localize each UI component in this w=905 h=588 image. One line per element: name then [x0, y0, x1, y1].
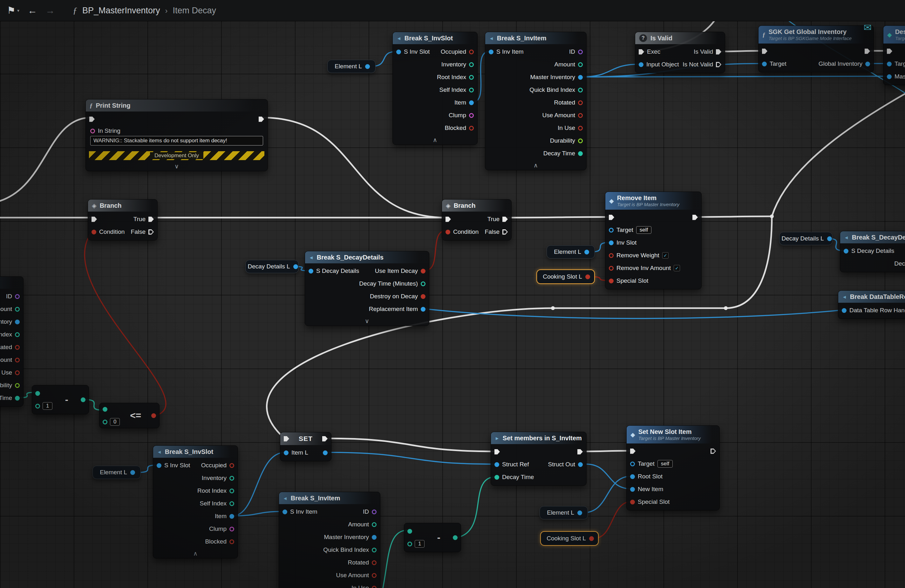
pin-item-l[interactable] [284, 450, 289, 455]
collapse-button[interactable]: ∧ [393, 136, 477, 144]
pin-global-inventory[interactable] [865, 62, 870, 67]
pin-occupied[interactable] [469, 49, 474, 54]
node-decay-details-l-1[interactable]: Decay Details L [245, 260, 299, 273]
node-set-members-in-s-invitem[interactable]: ►Set members in S_InvItemStruct RefStruc… [491, 432, 587, 486]
exec-pin[interactable] [762, 49, 767, 54]
pin-value[interactable] [103, 420, 107, 425]
pin-s-inv-slot[interactable] [157, 463, 162, 468]
node-break-s-decaydetails-2[interactable]: ◄Break S_DecayDetailsS Decay DetailsDeca… [840, 231, 905, 272]
pin-clump[interactable] [469, 113, 474, 118]
breadcrumb-blueprint[interactable]: BP_MasterInventory [82, 6, 160, 16]
pin-value[interactable] [35, 391, 40, 396]
pin-data-table-row-handle[interactable] [842, 308, 846, 313]
exec-pin[interactable] [865, 49, 870, 54]
node-break-s-invitem-1[interactable]: ◄Break S_InvItemS Inv ItemIDAmountMaster… [485, 32, 587, 170]
exec-pin[interactable] [502, 217, 508, 222]
checkbox[interactable]: ✓ [674, 265, 680, 271]
pin-value[interactable] [453, 535, 457, 540]
pin-s-inv-item[interactable] [283, 510, 287, 514]
pin-struct-ref[interactable] [494, 462, 499, 467]
exec-pin[interactable] [887, 49, 892, 54]
pin-target[interactable] [762, 62, 767, 67]
pin-special-slot[interactable] [630, 500, 635, 504]
node-cooking-slot-l-1[interactable]: Cooking Slot L [537, 269, 595, 284]
pin-inventory[interactable] [229, 476, 234, 481]
pin-s-inv-slot[interactable] [396, 49, 401, 54]
pin-element-l[interactable] [584, 250, 589, 254]
pin-in-use[interactable] [578, 126, 583, 130]
pin-s-decay-details[interactable] [844, 249, 848, 254]
exec-pin[interactable] [259, 117, 264, 122]
pin-input-object[interactable] [639, 62, 643, 67]
exec-pin[interactable] [502, 229, 508, 235]
node-break-s-invslot-2[interactable]: ◄Break S_InvSlotS Inv SlotOccupiedInvent… [153, 445, 238, 558]
checkbox[interactable]: ✓ [662, 252, 668, 258]
exec-pin[interactable] [692, 215, 698, 220]
pin-replacement-item[interactable] [421, 307, 426, 312]
collapse-button[interactable]: ∧ [485, 162, 586, 170]
pin-in-use[interactable] [15, 371, 20, 375]
pin-inventory[interactable] [469, 62, 474, 67]
pin-value[interactable] [81, 398, 86, 402]
pin-struct-out[interactable] [578, 462, 583, 467]
pin-in-use[interactable] [372, 586, 376, 588]
node-less-equal[interactable]: 0<= [99, 403, 160, 428]
exec-pin[interactable] [148, 229, 154, 235]
pin-blocked[interactable] [229, 539, 234, 544]
node-break-s-invslot-1[interactable]: ◄Break S_InvSlotS Inv SlotOccupiedInvent… [392, 32, 478, 145]
exec-pin[interactable] [446, 217, 451, 222]
pin-condition[interactable] [446, 230, 450, 235]
exec-pin[interactable] [577, 449, 583, 455]
pin-master-inventory[interactable] [15, 320, 20, 324]
pin-condition[interactable] [92, 230, 96, 235]
pin-inv-slot[interactable] [609, 241, 614, 245]
pin-target[interactable] [630, 461, 635, 466]
pin-master-inventory[interactable] [578, 75, 583, 80]
node-is-valid[interactable]: ?Is ValidExecIs ValidInput ObjectIs Not … [635, 32, 725, 73]
value-box[interactable]: 0 [110, 418, 120, 426]
string-input[interactable]: WARNNIG:: Stackable items do not support… [90, 136, 263, 146]
exec-pin[interactable] [639, 49, 644, 55]
exec-pin[interactable] [148, 217, 154, 222]
node-set-item-l[interactable]: SETItem L [280, 432, 332, 461]
pin-element-l[interactable] [130, 470, 135, 475]
node-element-l-2[interactable]: Element L [546, 245, 595, 258]
pin-decay-details-l[interactable] [827, 236, 832, 241]
pin-master-inventory[interactable] [372, 535, 376, 540]
pin-amount[interactable] [578, 62, 583, 67]
pin-item[interactable] [229, 514, 234, 519]
breadcrumb-graph[interactable]: Item Decay [173, 6, 216, 16]
graph-canvas[interactable]: ◄Break S_InvSlotS Inv SlotOccupiedInvent… [0, 0, 905, 588]
pin-blocked[interactable] [469, 126, 474, 130]
pin-special-slot[interactable] [609, 279, 614, 284]
pin-root-slot[interactable] [630, 474, 635, 479]
pin-quick-bind-index[interactable] [372, 548, 376, 552]
pin-cooking-slot-l[interactable] [585, 274, 590, 279]
exec-pin[interactable] [716, 49, 721, 55]
value-box[interactable]: 1 [415, 540, 424, 548]
pin-value[interactable] [407, 529, 412, 534]
pin-remove-weight[interactable] [609, 253, 614, 258]
pin-targe[interactable] [887, 62, 892, 67]
node-subtract-1[interactable]: 1- [32, 385, 89, 414]
pin-id[interactable] [372, 510, 376, 514]
pin-use-amount[interactable] [15, 358, 20, 363]
node-break-datatablerow[interactable]: ◄Break DataTableRowHData Table Row Handl… [838, 290, 905, 319]
pin-rotated[interactable] [15, 345, 20, 350]
pin-durability[interactable] [15, 383, 20, 388]
bookmark-button[interactable]: ⚑ ▾ [7, 6, 19, 15]
pin-quick-bind-index[interactable] [578, 88, 583, 92]
pin-root-index[interactable] [469, 75, 474, 80]
pin-s-decay-details[interactable] [308, 269, 313, 274]
node-sgk-get-global-inventory[interactable]: ƒSGK Get Global InventoryTarget is BP SG… [758, 25, 874, 73]
pin-use-amount[interactable] [372, 573, 376, 578]
node-print-string[interactable]: ƒPrint StringIn StringWARNNIG:: Stackabl… [86, 99, 268, 171]
exec-pin[interactable] [284, 436, 289, 442]
pin-use-amount[interactable] [578, 113, 583, 118]
node-branch-1[interactable]: ◈BranchTrueConditionFalse [88, 199, 157, 241]
pin-rotated[interactable] [578, 100, 583, 105]
pin-item[interactable] [469, 100, 474, 105]
pin-id[interactable] [578, 49, 583, 54]
pin-value[interactable] [407, 542, 412, 547]
pin-s-inv-item[interactable] [489, 49, 494, 54]
